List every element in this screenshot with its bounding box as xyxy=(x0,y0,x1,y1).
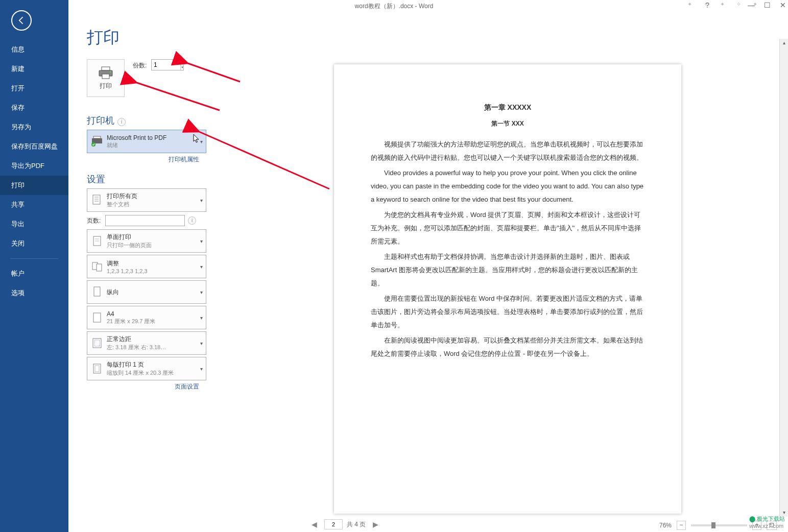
pages-info-icon[interactable]: i xyxy=(188,216,196,225)
svg-rect-16 xyxy=(94,287,100,296)
close-button[interactable]: ✕ xyxy=(780,1,786,9)
printer-info-icon[interactable]: i xyxy=(117,118,126,126)
prev-page-button[interactable]: ◀ xyxy=(308,519,320,529)
svg-rect-0 xyxy=(102,67,110,70)
mouse-cursor-icon xyxy=(193,134,200,144)
sidebar-item-打印[interactable]: 打印 xyxy=(0,176,68,195)
sidebar-item-保存到百度网盘[interactable]: 保存到百度网盘 xyxy=(0,137,68,156)
svg-rect-9 xyxy=(94,199,99,200)
zoom-thumb[interactable] xyxy=(711,522,715,528)
preview-paragraph: Video provides a powerful way to help yo… xyxy=(371,166,644,206)
copies-input[interactable] xyxy=(152,60,180,70)
svg-rect-8 xyxy=(94,197,99,198)
preview-paragraph: 视频提供了功能强大的方法帮助您证明您的观点。当您单击联机视频时，可以在想要添加的… xyxy=(371,138,644,164)
print-button[interactable]: 打印 xyxy=(87,59,125,97)
sidebar-item-另存为[interactable]: 另存为 xyxy=(0,117,68,137)
copies-down[interactable]: ▼ xyxy=(181,65,184,70)
page-setup-link[interactable]: 页面设置 xyxy=(87,382,199,391)
printer-name: Microsoft Print to PDF xyxy=(107,134,198,141)
preview-paragraph: 主题和样式也有助于文档保持协调。当您单击设计并选择新的主题时，图片、图表或 Sm… xyxy=(371,250,644,290)
svg-rect-10 xyxy=(94,201,99,202)
printer-dropdown[interactable]: Microsoft Print to PDF 就绪 ▾ xyxy=(87,130,206,153)
preview-paragraph: 为使您的文档具有专业外观，Word 提供了页眉、页脚、封面和文本框设计，这些设计… xyxy=(371,208,644,248)
pages-icon xyxy=(90,194,104,207)
chevron-down-icon: ▾ xyxy=(200,139,203,144)
setting-icon xyxy=(90,311,104,324)
setting-dropdown-0[interactable]: 单面打印只打印一侧的页面▾ xyxy=(87,229,206,253)
sidebar-item-选项[interactable]: 选项 xyxy=(0,283,68,303)
title-bar: word教程（新）.docx - Word ? — ☐ ✕ ✦ ✧ ✦ ✧ ✦ xyxy=(0,0,788,12)
chevron-down-icon: ▾ xyxy=(200,341,203,346)
sidebar-item-关闭[interactable]: 关闭 xyxy=(0,234,68,253)
sidebar-item-信息[interactable]: 信息 xyxy=(0,40,68,59)
page-navigator: ◀ 共 4 页 ▶ xyxy=(308,519,381,529)
scroll-track[interactable] xyxy=(780,47,788,509)
page-title: 打印 xyxy=(87,27,788,49)
zoom-out-button[interactable]: − xyxy=(677,521,686,530)
settings-section-title: 设置 xyxy=(87,173,271,185)
backstage-sidebar: 信息新建打开保存另存为保存到百度网盘导出为PDF打印共享导出关闭 帐户选项 xyxy=(0,0,68,532)
copies-label: 份数: xyxy=(133,61,147,70)
printer-icon xyxy=(98,66,113,80)
printer-ready-icon xyxy=(90,135,104,148)
sidebar-item-导出为PDF[interactable]: 导出为PDF xyxy=(0,156,68,176)
vertical-scrollbar[interactable]: ▴ ▾ xyxy=(779,39,788,517)
chevron-down-icon: ▾ xyxy=(200,264,203,270)
chevron-down-icon: ▾ xyxy=(200,198,203,203)
print-button-label: 打印 xyxy=(100,82,112,90)
sidebar-item-帐户[interactable]: 帐户 xyxy=(0,264,68,283)
zoom-percent: 76% xyxy=(659,522,672,529)
setting-dropdown-3[interactable]: A421 厘米 x 29.7 厘米▾ xyxy=(87,306,206,329)
setting-dropdown-5[interactable]: 每版打印 1 页缩放到 14 厘米 x 20.3 厘米▾ xyxy=(87,357,206,380)
printer-properties-link[interactable]: 打印机属性 xyxy=(87,155,199,164)
sidebar-item-新建[interactable]: 新建 xyxy=(0,59,68,79)
setting-icon xyxy=(90,285,104,299)
next-page-button[interactable]: ▶ xyxy=(370,519,381,529)
preview-section-title: 第一节 XXX xyxy=(371,117,644,130)
sidebar-item-共享[interactable]: 共享 xyxy=(0,195,68,214)
pages-label: 页数: xyxy=(87,216,105,225)
decorative-birds: ✦ ✧ ✦ ✧ ✦ xyxy=(687,1,762,8)
sidebar-item-保存[interactable]: 保存 xyxy=(0,98,68,117)
preview-chapter-title: 第一章 XXXXX xyxy=(371,100,644,114)
chevron-down-icon: ▾ xyxy=(200,238,203,244)
chevron-down-icon: ▾ xyxy=(200,289,203,295)
setting-dropdown-2[interactable]: 纵向▾ xyxy=(87,280,206,304)
scroll-up-button[interactable]: ▴ xyxy=(780,39,788,47)
setting-icon xyxy=(90,336,104,350)
content-area: 打印 打印 份数: ▲▼ 打印机i Microsoft Print to PDF… xyxy=(68,12,788,532)
watermark: ⬤ 极光下载站www.xz7.com xyxy=(749,515,785,529)
sidebar-item-导出[interactable]: 导出 xyxy=(0,214,68,234)
pages-input[interactable] xyxy=(105,215,185,226)
setting-icon xyxy=(90,234,104,248)
menu-separator xyxy=(10,258,58,259)
preview-paragraph: 在新的阅读视图中阅读更加容易。可以折叠文档某些部分并关注所需文本。如果在达到结尾… xyxy=(371,334,644,360)
printer-status: 就绪 xyxy=(107,141,198,149)
current-page-input[interactable] xyxy=(324,519,343,529)
print-preview: 第一章 XXXXX 第一节 XXX 视频提供了功能强大的方法帮助您证明您的观点。… xyxy=(334,64,681,514)
preview-paragraph: 使用在需要位置出现的新按钮在 Word 中保存时间。若要更改图片适应文档的方式，… xyxy=(371,292,644,332)
setting-icon xyxy=(90,260,104,273)
svg-rect-17 xyxy=(93,313,101,322)
chevron-down-icon: ▾ xyxy=(200,315,203,321)
svg-rect-2 xyxy=(102,74,109,79)
document-title: word教程（新）.docx - Word xyxy=(0,2,788,11)
svg-rect-5 xyxy=(93,136,101,138)
back-arrow-icon xyxy=(16,15,27,26)
zoom-slider[interactable] xyxy=(691,524,747,526)
svg-rect-15 xyxy=(97,264,102,271)
chevron-down-icon: ▾ xyxy=(200,366,203,372)
print-range-dropdown[interactable]: 打印所有页整个文档 ▾ xyxy=(87,188,206,212)
copies-up[interactable]: ▲ xyxy=(181,60,184,65)
printer-section-title: 打印机i xyxy=(87,114,271,127)
svg-point-3 xyxy=(110,71,111,72)
copies-spinner[interactable]: ▲▼ xyxy=(151,59,184,70)
restore-button[interactable]: ☐ xyxy=(764,1,771,9)
setting-dropdown-4[interactable]: 正常边距左: 3.18 厘米 右: 3.18…▾ xyxy=(87,331,206,355)
setting-icon xyxy=(90,362,104,375)
page-count-text: 共 4 页 xyxy=(347,520,366,529)
setting-dropdown-1[interactable]: 调整1,2,3 1,2,3 1,2,3▾ xyxy=(87,255,206,278)
back-button[interactable] xyxy=(11,10,32,31)
sidebar-item-打开[interactable]: 打开 xyxy=(0,79,68,98)
